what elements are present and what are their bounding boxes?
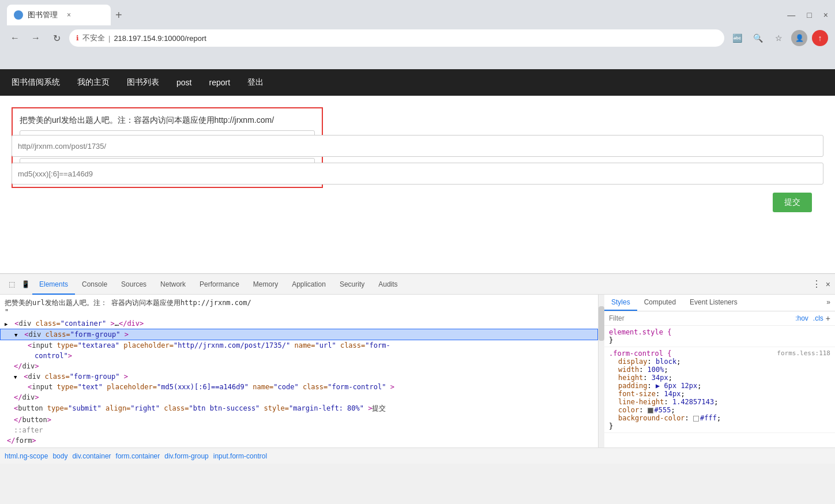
- breadcrumb-input-form-control[interactable]: input.form-control: [213, 452, 267, 460]
- tab-favicon: [14, 10, 23, 20]
- form-group-1-row[interactable]: <div class="form-group" >: [0, 329, 598, 340]
- breadcrumb-body[interactable]: body: [52, 452, 67, 460]
- tab-application[interactable]: Application: [285, 274, 333, 295]
- css-prop-display: display: block;: [618, 358, 830, 366]
- nav-logout[interactable]: 登出: [247, 77, 264, 88]
- address-url: 218.197.154.9:10000/report: [114, 34, 206, 43]
- filter-hov-btn[interactable]: :hov: [795, 314, 808, 322]
- title-bar: 图书管理 × + — □ ×: [0, 0, 835, 25]
- css-prop-height: height: 34px;: [618, 374, 830, 382]
- form-control-source: forms.less:118: [777, 349, 830, 357]
- nav-report[interactable]: report: [209, 78, 230, 87]
- wide-code-input[interactable]: [12, 163, 823, 185]
- button-close-row[interactable]: </button>: [0, 415, 598, 425]
- nav-my-home[interactable]: 我的主页: [77, 77, 110, 88]
- back-button[interactable]: ←: [7, 30, 23, 46]
- bookmark-icon[interactable]: ☆: [770, 30, 787, 46]
- tab-sources[interactable]: Sources: [114, 274, 153, 295]
- breadcrumb-div-container[interactable]: div.container: [72, 452, 111, 460]
- form-group-2-row[interactable]: <div class="form-group" >: [0, 371, 598, 382]
- close-window-button[interactable]: ×: [823, 10, 828, 20]
- nav-post[interactable]: post: [176, 78, 191, 87]
- insecure-label: 不安全: [82, 33, 105, 43]
- wide-code-input-container: [12, 163, 823, 185]
- css-prop-font-size: font-size: 14px;: [618, 390, 830, 398]
- css-prop-width: width: 100%;: [618, 366, 830, 374]
- update-icon[interactable]: ↑: [812, 30, 828, 46]
- browser-tab[interactable]: 图书管理 ×: [7, 5, 111, 25]
- new-tab-button[interactable]: +: [115, 9, 122, 22]
- security-icon: ℹ: [76, 34, 79, 42]
- elements-scrollbar[interactable]: [599, 295, 604, 447]
- styles-tab-event-listeners[interactable]: Event Listeners: [683, 295, 744, 311]
- zoom-icon[interactable]: 🔍: [750, 30, 766, 46]
- page-content: 把赞美的url发给出题人吧。注：容器内访问本题应使用http://jrxnm.c…: [0, 96, 835, 273]
- address-bar[interactable]: ℹ 不安全 | 218.197.154.9:10000/report: [69, 29, 724, 47]
- toolbar-icons: 🔤 🔍 ☆ 👤 ↑: [729, 30, 828, 46]
- tab-close-btn[interactable]: ×: [67, 11, 71, 19]
- minimize-button[interactable]: —: [787, 10, 795, 20]
- devtools-close-btn[interactable]: ×: [826, 280, 830, 289]
- color-swatch-555: [648, 408, 653, 413]
- filter-plus-btn[interactable]: +: [826, 314, 830, 323]
- breadcrumb-html[interactable]: html.ng-scope: [5, 452, 48, 460]
- textarea-input-row-cont[interactable]: control">: [0, 351, 598, 361]
- account-icon[interactable]: 👤: [791, 30, 807, 46]
- container-div-row[interactable]: <div class="container" >…</div>: [0, 318, 598, 329]
- maximize-button[interactable]: □: [807, 10, 811, 20]
- css-prop-bg-color: background-color: #fff;: [618, 414, 830, 422]
- tab-title: 图书管理: [28, 10, 58, 20]
- devtools-inspect-icon[interactable]: ⬚: [5, 277, 18, 291]
- wide-url-input-container: [12, 135, 823, 157]
- breadcrumb-div-form-group[interactable]: div.form-group: [164, 452, 208, 460]
- css-props: display: block; width: 100%; height: 34p…: [609, 358, 830, 422]
- site-navigation: 图书借阅系统 我的主页 图书列表 post report 登出: [0, 69, 835, 96]
- styles-tab-bar: Styles Computed Event Listeners »: [604, 295, 835, 311]
- styles-tab-more[interactable]: »: [822, 295, 835, 311]
- tab-security[interactable]: Security: [333, 274, 371, 295]
- element-style-selector: element.style {: [609, 328, 671, 336]
- div-close-1-row[interactable]: </div>: [0, 361, 598, 371]
- devtools-device-icon[interactable]: 📱: [18, 277, 32, 291]
- devtools-elements-panel: 把赞美的url发给出题人吧。注： 容器内访问本题应使用http://jrxnm.…: [0, 295, 599, 447]
- tab-console[interactable]: Console: [75, 274, 114, 295]
- color-swatch-fff: [693, 416, 699, 422]
- div-close-2-row[interactable]: </div>: [0, 392, 598, 403]
- wide-url-input[interactable]: [12, 135, 823, 157]
- form-control-selector: .form-control {: [609, 349, 671, 358]
- tab-audits[interactable]: Audits: [371, 274, 404, 295]
- address-bar-row: ← → ↻ ℹ 不安全 | 218.197.154.9:10000/report…: [0, 25, 835, 51]
- container-triangle: [5, 319, 10, 328]
- preview-text-2: ": [0, 308, 598, 318]
- after-pseudo-row[interactable]: ::after: [0, 425, 598, 435]
- css-prop-color: color: #555;: [618, 406, 830, 414]
- filter-cls-btn[interactable]: .cls: [813, 314, 823, 322]
- devtools-panel: ⬚ 📱 Elements Console Sources Network Per…: [0, 273, 835, 464]
- styles-tab-styles[interactable]: Styles: [604, 295, 637, 311]
- devtools-more-btn[interactable]: ⋮: [812, 279, 821, 289]
- tab-performance[interactable]: Performance: [193, 274, 246, 295]
- nav-book-list[interactable]: 图书列表: [127, 77, 159, 88]
- form-label: 把赞美的url发给出题人吧。注：容器内访问本题应使用http://jrxnm.c…: [20, 115, 315, 126]
- button-row[interactable]: <button type="submit" align="right" clas…: [0, 403, 598, 415]
- browser-chrome: 图书管理 × + — □ × ← → ↻ ℹ 不安全 | 218.197.154…: [0, 0, 835, 69]
- form-close-row[interactable]: </form>: [0, 435, 598, 446]
- tab-elements[interactable]: Elements: [32, 274, 75, 295]
- input-code-row[interactable]: <input type="text" placeholder="md5(xxx)…: [0, 382, 598, 392]
- nav-brand[interactable]: 图书借阅系统: [12, 77, 60, 88]
- element-style-rule: element.style { }: [604, 326, 835, 347]
- breadcrumb-form-container[interactable]: form.container: [116, 452, 160, 460]
- tab-memory[interactable]: Memory: [246, 274, 285, 295]
- refresh-button[interactable]: ↻: [48, 30, 65, 46]
- translate-icon[interactable]: 🔤: [729, 30, 745, 46]
- styles-filter-input[interactable]: [609, 314, 795, 322]
- styles-tab-computed[interactable]: Computed: [637, 295, 683, 311]
- forward-button[interactable]: →: [28, 30, 44, 46]
- elements-scrollbar-thumb[interactable]: [599, 306, 604, 341]
- textarea-input-row[interactable]: <input type="textarea" placeholder="http…: [0, 340, 598, 351]
- submit-button[interactable]: 提交: [773, 193, 812, 212]
- tab-network[interactable]: Network: [153, 274, 193, 295]
- preview-text-1: 把赞美的url发给出题人吧。注： 容器内访问本题应使用http://jrxnm.…: [0, 297, 598, 308]
- form-group-1-triangle: [14, 330, 20, 338]
- form-control-rule: .form-control { forms.less:118 display: …: [604, 347, 835, 433]
